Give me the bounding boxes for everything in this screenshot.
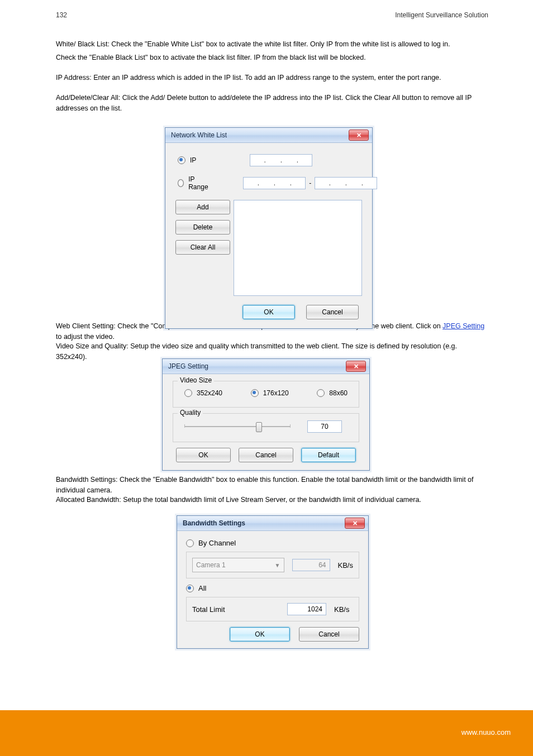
- all-radio[interactable]: All: [186, 584, 359, 592]
- group-label: Video Size: [178, 376, 214, 384]
- ip-range-to-input[interactable]: ...: [315, 177, 377, 189]
- doc-title: Intelligent Surveillance Solution: [395, 11, 488, 19]
- close-icon[interactable]: ✕: [345, 518, 365, 529]
- titlebar[interactable]: JPEG Setting ✕: [163, 359, 369, 374]
- size-352x240-radio[interactable]: 352x240: [184, 389, 222, 397]
- radio-icon: [251, 389, 259, 397]
- radio-label: All: [198, 584, 206, 592]
- radio-icon: [186, 585, 194, 592]
- add-button[interactable]: Add: [175, 200, 230, 214]
- ok-button[interactable]: OK: [242, 305, 295, 319]
- jpeg-setting-link[interactable]: JPEG Setting: [442, 322, 484, 330]
- radio-icon: [317, 389, 325, 397]
- dialog-title: JPEG Setting: [168, 362, 208, 370]
- page-header: 132 Intelligent Surveillance Solution: [56, 11, 488, 19]
- radio-icon: [178, 156, 185, 164]
- ip-listbox[interactable]: [234, 200, 362, 296]
- paragraph: White/ Black List: Check the "Enable Whi…: [56, 39, 488, 50]
- chevron-down-icon: ▼: [275, 562, 280, 568]
- close-icon[interactable]: ✕: [349, 130, 369, 141]
- paragraph-text: to adjust the video.: [56, 333, 115, 341]
- bandwidth-settings-dialog: Bandwidth Settings ✕ By Channel Camera 1…: [177, 515, 369, 649]
- radio-icon: [178, 179, 184, 187]
- radio-label: 88x60: [329, 389, 348, 397]
- group-label: Quality: [178, 409, 203, 417]
- dialog-title: Network White List: [171, 131, 227, 139]
- quality-slider[interactable]: [184, 420, 291, 433]
- camera-select-value: Camera 1: [196, 561, 226, 569]
- by-channel-group: Camera 1 ▼ 64 KB/s: [186, 552, 359, 578]
- by-channel-radio[interactable]: By Channel: [186, 539, 359, 547]
- ip-range-from-input[interactable]: ...: [243, 177, 306, 189]
- radio-icon: [184, 389, 192, 397]
- titlebar[interactable]: Network White List ✕: [165, 128, 372, 143]
- cancel-button[interactable]: Cancel: [239, 448, 293, 462]
- delete-button[interactable]: Delete: [175, 220, 230, 235]
- channel-bandwidth-input[interactable]: 64: [292, 559, 330, 571]
- radio-label: 352x240: [197, 389, 222, 397]
- unit-label: KB/s: [338, 561, 353, 570]
- clear-all-button[interactable]: Clear All: [175, 240, 230, 255]
- footer-url: www.nuuo.com: [461, 728, 511, 736]
- range-dash: -: [309, 179, 311, 187]
- paragraph: Check the "Enable Black List" box to act…: [56, 52, 488, 63]
- quality-group: Quality 70: [173, 413, 359, 442]
- size-176x120-radio[interactable]: 176x120: [251, 389, 289, 397]
- cancel-button[interactable]: Cancel: [306, 305, 359, 319]
- size-88x60-radio[interactable]: 88x60: [317, 389, 348, 397]
- paragraph: IP Address: Enter an IP address which is…: [56, 73, 488, 83]
- radio-label: 176x120: [263, 389, 289, 397]
- video-size-group: Video Size 352x240 176x120 88x60: [173, 381, 359, 408]
- all-group: Total Limit 1024 KB/s: [186, 597, 359, 621]
- ip-input[interactable]: . . .: [250, 154, 312, 166]
- titlebar[interactable]: Bandwidth Settings ✕: [177, 516, 368, 531]
- jpeg-setting-dialog: JPEG Setting ✕ Video Size 352x240 176x12…: [162, 358, 370, 471]
- radio-icon: [186, 539, 194, 547]
- unit-label: KB/s: [334, 605, 349, 614]
- page-number: 132: [56, 11, 67, 19]
- radio-label: By Channel: [198, 539, 236, 547]
- paragraph: Allocated Bandwidth: Setup the total ban…: [56, 495, 488, 505]
- total-bandwidth-input[interactable]: 1024: [287, 603, 326, 615]
- network-white-list-dialog: Network White List ✕ IP . . . IP Range: [165, 127, 373, 329]
- page-footer: www.nuuo.com: [0, 710, 533, 756]
- ok-button[interactable]: OK: [230, 627, 290, 642]
- quality-value-input[interactable]: 70: [307, 420, 342, 433]
- ip-range-radio[interactable]: IP Range: [178, 175, 210, 191]
- radio-label: IP Range: [188, 175, 210, 191]
- close-icon[interactable]: ✕: [346, 361, 366, 372]
- dialog-title: Bandwidth Settings: [183, 519, 245, 527]
- camera-select[interactable]: Camera 1 ▼: [192, 558, 284, 572]
- total-limit-label: Total Limit: [192, 605, 279, 614]
- paragraph: Add/Delete/Clear All: Click the Add/ Del…: [56, 93, 488, 114]
- cancel-button[interactable]: Cancel: [299, 627, 359, 642]
- slider-thumb-icon[interactable]: [256, 422, 262, 432]
- paragraph: Bandwidth Settings: Check the "Enable Ba…: [56, 475, 488, 496]
- default-button[interactable]: Default: [301, 448, 356, 462]
- ip-radio[interactable]: IP: [178, 156, 196, 164]
- radio-label: IP: [190, 156, 196, 164]
- ok-button[interactable]: OK: [176, 448, 231, 462]
